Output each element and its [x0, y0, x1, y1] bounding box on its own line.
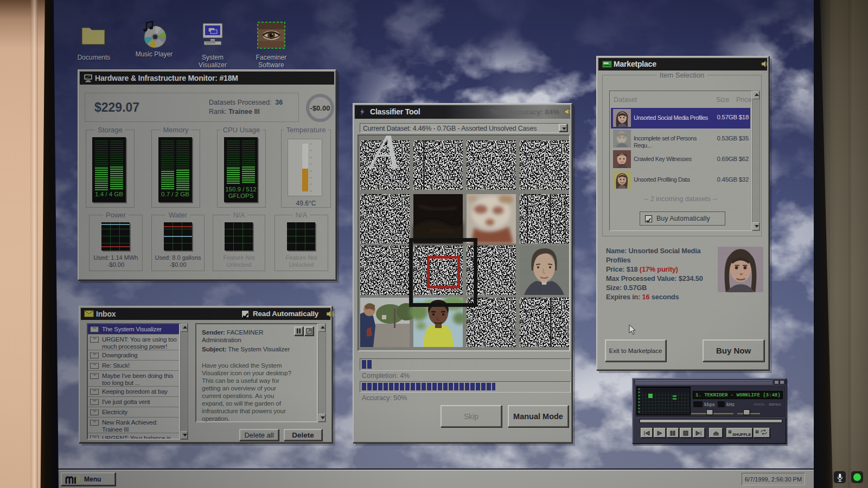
- svg-text:A: A: [366, 136, 400, 179]
